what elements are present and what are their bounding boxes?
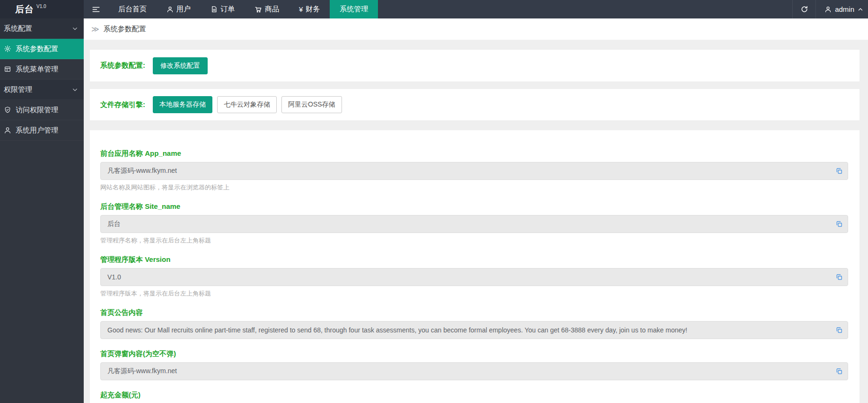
- storage-option-qiniu-button[interactable]: 七牛云对象存储: [217, 96, 277, 113]
- field-app-name: 前台应用名称 App_name 网站名称及网站图标，将显示在浏览器的标签上: [100, 149, 848, 192]
- field-help: 管理程序名称，将显示在后台左上角标题: [100, 236, 848, 245]
- copy-icon[interactable]: [834, 166, 844, 176]
- nav-item-orders[interactable]: 订单: [201, 0, 245, 18]
- cart-icon: [254, 6, 262, 13]
- nav-item-system[interactable]: 系统管理: [330, 0, 378, 18]
- copy-icon[interactable]: [834, 325, 844, 335]
- refresh-button[interactable]: [792, 0, 816, 18]
- refresh-icon: [800, 5, 808, 13]
- field-min-recharge: 起充金额(元): [100, 391, 848, 403]
- settings-form-panel: 前台应用名称 App_name 网站名称及网站图标，将显示在浏览器的标签上 后台…: [90, 130, 859, 403]
- layout-icon: [4, 65, 11, 73]
- version-input[interactable]: [100, 268, 848, 286]
- input-wrap: [100, 162, 848, 180]
- storage-engine-panel: 文件存储引擎: 本地服务器存储 七牛云对象存储 阿里云OSS存储: [90, 89, 859, 120]
- announcement-input[interactable]: [100, 321, 848, 339]
- main-content: ≫ 系统参数配置 系统参数配置: 修改系统配置 文件存储引擎: 本地服务器存储 …: [84, 18, 868, 403]
- field-version: 管理程序版本 Version 管理程序版本，将显示在后台左上角标题: [100, 255, 848, 298]
- field-label: 前台应用名称 App_name: [100, 149, 848, 158]
- storage-option-alioss-button[interactable]: 阿里云OSS存储: [281, 96, 342, 113]
- nav-item-products[interactable]: 商品: [245, 0, 289, 18]
- sidebar-item-system-users[interactable]: 系统用户管理: [0, 120, 84, 141]
- sidebar-item-system-params[interactable]: 系统参数配置: [0, 39, 84, 59]
- nav-label: 订单: [220, 5, 235, 14]
- field-help: 网站名称及网站图标，将显示在浏览器的标签上: [100, 183, 848, 192]
- nav-label: 商品: [265, 5, 279, 14]
- popup-content-input[interactable]: [100, 362, 848, 380]
- shield-check-icon: [4, 106, 11, 114]
- sidebar: 系统配置 系统参数配置 系统菜单管理 权限管理: [0, 18, 84, 403]
- app-title: 后台: [15, 3, 34, 16]
- system-config-panel: 系统参数配置: 修改系统配置: [90, 50, 859, 81]
- field-label: 首页弹窗内容(为空不弹): [100, 349, 848, 358]
- nav-label: 后台首页: [118, 5, 147, 14]
- sidebar-item-label: 访问权限管理: [16, 106, 58, 115]
- field-label: 后台管理名称 Site_name: [100, 202, 848, 211]
- sidebar-item-label: 系统参数配置: [16, 45, 58, 54]
- input-wrap: [100, 321, 848, 339]
- field-label: 首页公告内容: [100, 308, 848, 317]
- group-label: 系统配置: [4, 24, 32, 33]
- chevron-down-icon: [72, 26, 78, 32]
- nav-item-home[interactable]: 后台首页: [108, 0, 157, 18]
- group-label: 权限管理: [4, 85, 32, 94]
- gear-icon: [4, 45, 11, 53]
- double-chevron-icon: ≫: [91, 25, 99, 34]
- storage-option-local-button[interactable]: 本地服务器存储: [153, 96, 212, 113]
- chevron-down-icon: [72, 87, 78, 93]
- topbar: 后台 V1.0 后台首页 用户 订单: [0, 0, 868, 18]
- site-name-input[interactable]: [100, 215, 848, 233]
- username: admin: [835, 5, 854, 13]
- nav-label: 系统管理: [340, 5, 368, 14]
- breadcrumb-label: 系统参数配置: [104, 25, 146, 34]
- field-announcement: 首页公告内容: [100, 308, 848, 339]
- copy-icon[interactable]: [834, 367, 844, 376]
- sidebar-group-permissions[interactable]: 权限管理: [0, 80, 84, 100]
- field-popup-content: 首页弹窗内容(为空不弹): [100, 349, 848, 380]
- field-label: 起充金额(元): [100, 391, 848, 400]
- nav-item-finance[interactable]: ¥ 财务: [289, 0, 330, 18]
- user-icon: [167, 6, 174, 13]
- sidebar-item-label: 系统用户管理: [16, 126, 58, 135]
- app-logo: 后台 V1.0: [0, 0, 84, 18]
- hamburger-icon: [92, 5, 100, 14]
- content-area: 系统参数配置: 修改系统配置 文件存储引擎: 本地服务器存储 七牛云对象存储 阿…: [84, 40, 868, 403]
- sidebar-item-label: 系统菜单管理: [16, 65, 58, 74]
- field-help: 管理程序版本，将显示在后台左上角标题: [100, 289, 848, 298]
- copy-icon[interactable]: [834, 219, 844, 229]
- sidebar-item-access-permissions[interactable]: 访问权限管理: [0, 100, 84, 120]
- system-config-label: 系统参数配置:: [100, 61, 145, 70]
- nav-label: 财务: [306, 5, 320, 14]
- topbar-right: admin: [792, 0, 868, 18]
- document-icon: [210, 6, 218, 13]
- sidebar-group-system-config[interactable]: 系统配置: [0, 18, 84, 39]
- field-site-name: 后台管理名称 Site_name 管理程序名称，将显示在后台左上角标题: [100, 202, 848, 245]
- sidebar-toggle-button[interactable]: [84, 0, 108, 18]
- nav-label: 用户: [176, 5, 191, 14]
- copy-icon[interactable]: [834, 272, 844, 282]
- app-version: V1.0: [36, 4, 46, 9]
- breadcrumb: ≫ 系统参数配置: [84, 18, 868, 40]
- storage-options: 本地服务器存储 七牛云对象存储 阿里云OSS存储: [153, 96, 342, 113]
- input-wrap: [100, 215, 848, 233]
- app-name-input[interactable]: [100, 162, 848, 180]
- nav-item-users[interactable]: 用户: [157, 0, 201, 18]
- chevron-up-icon: [858, 7, 863, 12]
- storage-engine-label: 文件存储引擎:: [100, 100, 145, 109]
- field-label: 管理程序版本 Version: [100, 255, 848, 264]
- sidebar-item-system-menu[interactable]: 系统菜单管理: [0, 59, 84, 80]
- user-menu[interactable]: admin: [816, 0, 868, 18]
- input-wrap: [100, 362, 848, 380]
- yen-icon: ¥: [299, 5, 303, 13]
- top-navigation: 后台首页 用户 订单 商品: [108, 0, 378, 18]
- user-icon: [824, 6, 832, 13]
- modify-system-config-button[interactable]: 修改系统配置: [153, 57, 208, 74]
- user-icon: [4, 126, 11, 134]
- input-wrap: [100, 268, 848, 286]
